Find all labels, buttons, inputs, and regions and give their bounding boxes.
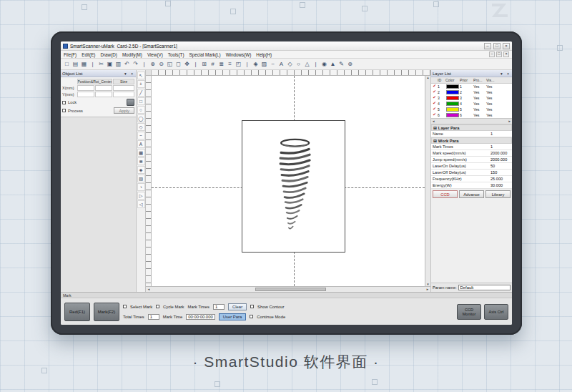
menu-item[interactable]: Edit(E) (82, 52, 95, 57)
shape-icon[interactable]: ◇ (286, 59, 294, 69)
menu-item[interactable]: Modify(M) (122, 52, 142, 57)
node-edit-tool-icon[interactable]: + (137, 80, 145, 88)
menu-item[interactable]: Help(H) (256, 52, 272, 57)
hatch-tool-icon[interactable]: ▨ (137, 175, 145, 182)
grid-icon[interactable]: ⊞ (200, 59, 208, 69)
zoom-in-icon[interactable]: ⊕ (149, 59, 157, 69)
cut-icon[interactable]: ✂ (97, 59, 105, 69)
horizontal-scrollbar[interactable]: ◄ ► (146, 286, 430, 292)
param-row[interactable]: LaserOn Delay(us) 50 (431, 163, 512, 170)
layer-check-icon[interactable]: ✔ (431, 102, 438, 106)
layer-row[interactable]: ✔ 6 6 Yes Yes (431, 112, 512, 118)
text-icon[interactable]: A (277, 59, 285, 69)
menu-item[interactable]: Windows(W) (226, 52, 252, 57)
curve-tool-icon[interactable]: ~ (137, 132, 145, 139)
child-close-button[interactable]: × (503, 52, 509, 57)
axis-ctrl-button[interactable]: Axis Ctrl (484, 304, 508, 320)
align-icon[interactable]: ≡ (226, 59, 234, 69)
line-tool-icon[interactable]: ╱ (137, 89, 145, 97)
minimize-button[interactable]: – (484, 43, 491, 49)
rect-tool-icon[interactable]: □ (137, 97, 145, 105)
close-button[interactable]: × (503, 43, 510, 49)
menu-item[interactable]: Draw(D) (100, 52, 117, 57)
param-value[interactable]: 150 (490, 170, 511, 175)
maximize-button[interactable]: □ (493, 43, 500, 49)
curve-icon[interactable]: ~ (269, 59, 277, 69)
separator[interactable]: | (140, 59, 148, 69)
layer-check-icon[interactable]: ✔ (431, 113, 438, 117)
text-tool-icon[interactable]: A (137, 140, 145, 148)
y-rot-field[interactable] (95, 92, 112, 97)
triangle-icon[interactable]: △ (303, 59, 311, 69)
barcode-tool-icon[interactable]: ≣ (137, 157, 145, 165)
continue-mode-checkbox[interactable] (250, 315, 253, 318)
fill-icon[interactable]: ◈ (252, 59, 260, 69)
layer-row[interactable]: ✔ 3 3 Yes Yes (431, 95, 512, 101)
new-icon[interactable]: □ (63, 59, 71, 69)
layer-color-swatch[interactable] (446, 113, 459, 117)
layer-check-icon[interactable]: ✔ (431, 107, 438, 112)
input-tool-icon[interactable]: ▷ (137, 192, 145, 200)
layer-color-swatch[interactable] (446, 107, 459, 112)
mark-times-field[interactable]: 1 (213, 304, 225, 310)
lock-icon-button[interactable] (127, 99, 134, 106)
layer-check-icon[interactable]: ✔ (431, 96, 438, 100)
red-f1-button[interactable]: Red(F1) (64, 303, 90, 321)
paste-icon[interactable]: ▥ (114, 59, 122, 69)
layer-color-swatch[interactable] (446, 84, 459, 89)
scroll-right-icon[interactable]: ► (508, 119, 511, 123)
select-tool-icon[interactable]: ↖ (137, 72, 145, 79)
menu-item[interactable]: File(F) (64, 52, 77, 57)
fill-tool-icon[interactable]: ◈ (137, 166, 145, 174)
circle-tool-icon[interactable]: ○ (137, 106, 145, 114)
separator[interactable]: | (192, 59, 199, 69)
param-row[interactable]: Mark speed(mm/s) 2000.000 (431, 150, 512, 157)
snap-icon[interactable]: # (209, 59, 217, 69)
param-row[interactable]: Energy(W) 30.000 (431, 182, 512, 189)
mark-icon[interactable]: ▲ (329, 59, 337, 69)
advance-button[interactable]: Advance (459, 190, 484, 198)
layer-check-icon[interactable]: ✔ (431, 84, 438, 89)
cycle-mark-checkbox[interactable] (156, 305, 159, 308)
circle-icon[interactable]: ○ (295, 59, 302, 69)
measure-icon[interactable]: ✎ (337, 59, 345, 69)
select-mark-checkbox[interactable] (123, 305, 127, 308)
param-value[interactable]: 25.000 (490, 177, 511, 181)
param-name-field[interactable]: Default (458, 285, 511, 290)
param-row[interactable]: Frequency(KHz) 25.000 (431, 176, 512, 182)
total-times-field[interactable]: 1 (148, 314, 159, 320)
child-restore-button[interactable]: □ (496, 52, 502, 57)
scroll-left-icon[interactable]: ◄ (432, 119, 435, 123)
lock-checkbox[interactable] (62, 101, 66, 104)
x-size-field[interactable] (113, 85, 134, 91)
scrollbar-track[interactable] (152, 287, 425, 292)
layer-row[interactable]: ✔ 1 1 Yes Yes (431, 84, 512, 89)
layer-check-icon[interactable]: ✔ (431, 90, 438, 94)
expand-icon[interactable]: ⊞ (433, 139, 437, 143)
param-row[interactable]: LaserOff Delay(us) 150 (431, 170, 512, 176)
mark-time-field[interactable]: 00:00:00.000 (186, 314, 214, 320)
x-rot-field[interactable] (95, 85, 112, 91)
panel-close-icon[interactable]: × (129, 72, 134, 76)
show-contour-checkbox[interactable] (250, 305, 254, 308)
laser-icon[interactable]: ◉ (320, 59, 328, 69)
save-icon[interactable]: ▦ (80, 59, 88, 69)
library-button[interactable]: Library (485, 190, 511, 198)
param-row[interactable]: Mark Times 1 (431, 144, 512, 150)
param-value[interactable]: 2000.000 (490, 157, 511, 162)
separator[interactable]: | (312, 59, 320, 69)
drawing-canvas[interactable] (152, 76, 425, 286)
param-row[interactable]: Jump speed(mm/s) 2000.000 (431, 157, 512, 163)
panel-close-icon[interactable]: × (506, 72, 511, 76)
ccd-monitor-button[interactable]: CCD Monitor (457, 304, 481, 320)
apply-button[interactable]: Apply (114, 107, 134, 114)
copy-icon[interactable]: ▣ (106, 59, 114, 69)
child-minimize-button[interactable]: – (489, 52, 495, 57)
param-value[interactable]: 1 (490, 144, 511, 149)
work-para-section[interactable]: ⊞ Work Para (431, 137, 512, 144)
param-value[interactable]: 30.000 (490, 183, 511, 187)
param-value[interactable]: 50 (490, 164, 511, 168)
output-tool-icon[interactable]: ◁ (137, 200, 145, 208)
hatch-icon[interactable]: ▨ (260, 59, 268, 69)
vertical-scrollbar[interactable]: ▲ ▼ (425, 76, 430, 286)
